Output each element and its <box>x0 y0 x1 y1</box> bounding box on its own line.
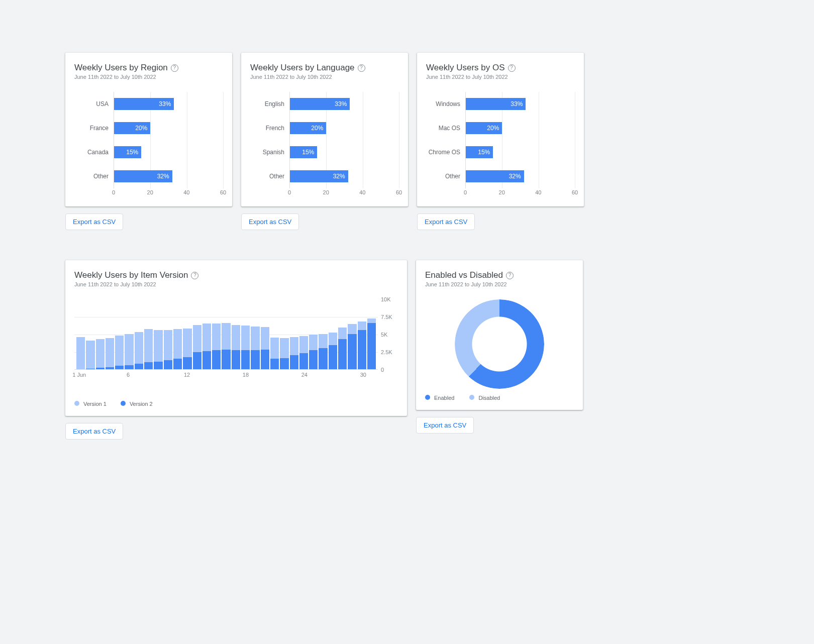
hbar-bar: 20% <box>466 122 502 134</box>
vbar-xtick: 18 <box>243 372 249 378</box>
export-os-button[interactable]: Export as CSV <box>417 213 475 230</box>
hbar-category-label: USA <box>74 100 114 108</box>
vbar-ytick: 10K <box>381 296 398 302</box>
vbar-seg-v1 <box>193 325 201 353</box>
export-language-button[interactable]: Export as CSV <box>241 213 299 230</box>
swatch-v2 <box>121 401 126 406</box>
vbar-seg-v2 <box>202 351 211 369</box>
hbar-xtick: 40 <box>183 189 189 195</box>
vbar-seg-v2 <box>125 365 133 369</box>
hbar-category-label: Spanish <box>250 149 289 156</box>
card-region-body: Weekly Users by Region ? June 11th 2022 … <box>65 53 232 206</box>
vbar-column <box>358 321 366 369</box>
vbar-seg-v1 <box>76 337 85 369</box>
vbar-column <box>125 334 133 369</box>
card-os: Weekly Users by OS ? June 11th 2022 to J… <box>417 53 584 230</box>
card-os-body: Weekly Users by OS ? June 11th 2022 to J… <box>417 53 584 206</box>
help-icon[interactable]: ? <box>506 272 514 279</box>
vbar-seg-v1 <box>106 338 114 367</box>
hbar-bar: 15% <box>466 146 493 158</box>
help-icon[interactable]: ? <box>508 64 516 72</box>
help-icon[interactable]: ? <box>358 64 365 72</box>
vbar-seg-v1 <box>241 326 250 350</box>
hbar-xtick: 40 <box>535 189 541 195</box>
hbar-bar: 33% <box>466 98 526 110</box>
vbar-seg-v2 <box>135 364 143 369</box>
vbar-seg-v2 <box>222 350 230 369</box>
vbar-seg-v1 <box>154 330 162 362</box>
vbar-column <box>270 338 279 369</box>
card-language-subtitle: June 11th 2022 to July 10th 2022 <box>250 74 399 80</box>
chart-language: EnglishFrenchSpanishOther 33%20%15%32% 0… <box>250 92 399 197</box>
legend-label-v1: Version 1 <box>83 401 107 407</box>
hbar-category-label: Other <box>250 173 289 180</box>
card-os-title-text: Weekly Users by OS <box>426 63 505 73</box>
hbar-category-label: Windows <box>426 100 465 108</box>
vbar-seg-v1 <box>261 327 269 350</box>
vbar-xtick: 1 Jun <box>72 372 86 378</box>
vbar-seg-v1 <box>125 334 133 365</box>
export-version-button[interactable]: Export as CSV <box>65 423 123 440</box>
vbar-column <box>280 338 288 369</box>
vbar-seg-v1 <box>86 341 94 369</box>
hbar-xtick: 60 <box>572 189 578 195</box>
hbar-bar: 20% <box>114 122 150 134</box>
vbar-seg-v2 <box>367 323 376 369</box>
hbar-xtick: 0 <box>464 189 467 195</box>
vbar-column <box>367 318 376 369</box>
vbar-seg-v2 <box>329 345 337 369</box>
vbar-column <box>348 324 356 369</box>
vbar-seg-v1 <box>164 330 172 360</box>
vbar-column <box>115 336 124 369</box>
card-language-title: Weekly Users by Language ? <box>250 63 399 73</box>
swatch-disabled <box>469 395 474 400</box>
vbar-column <box>290 337 298 369</box>
hbar-category-label: Canada <box>74 149 114 156</box>
export-enabled-button[interactable]: Export as CSV <box>416 417 474 434</box>
hbar-category-label: Other <box>426 173 465 180</box>
vbar-ytick: 0 <box>381 367 398 373</box>
vbar-ytick: 2.5K <box>381 349 398 355</box>
hbar-bar: 15% <box>290 146 317 158</box>
vbar-column <box>329 333 337 369</box>
hbar-bar: 33% <box>114 98 174 110</box>
vbar-column <box>299 336 308 369</box>
hbar-category-label: French <box>250 125 289 132</box>
hbar-bar: 20% <box>290 122 326 134</box>
vbar-column <box>86 341 94 369</box>
legend-item-enabled: Enabled <box>425 395 454 401</box>
vbar-seg-v1 <box>270 338 279 359</box>
hbar-category-label: Other <box>74 173 114 180</box>
vbar-column <box>222 323 230 369</box>
vbar-seg-v2 <box>212 350 221 369</box>
vbar-seg-v2 <box>348 334 356 369</box>
vbar-seg-v1 <box>319 334 327 348</box>
vbar-seg-v1 <box>280 338 288 358</box>
chart-region: USAFranceCanadaOther 33%20%15%32% 020406… <box>74 92 223 197</box>
vbar-seg-v2 <box>290 355 298 369</box>
vbar-column <box>251 327 259 369</box>
vbar-seg-v2 <box>193 352 201 369</box>
vbar-column <box>261 327 269 369</box>
hbar-xtick: 60 <box>396 189 402 195</box>
card-language-title-text: Weekly Users by Language <box>250 63 355 73</box>
legend-item-disabled: Disabled <box>469 395 500 401</box>
vbar-seg-v1 <box>232 325 240 350</box>
chart-os: WindowsMac OSChrome OSOther 33%20%15%32%… <box>426 92 575 197</box>
vbar-column <box>319 334 327 369</box>
export-region-button[interactable]: Export as CSV <box>65 213 123 230</box>
vbar-column <box>338 328 347 369</box>
vbar-seg-v1 <box>251 327 259 351</box>
vbar-seg-v1 <box>173 329 182 359</box>
vbar-xtick: 24 <box>301 372 308 378</box>
help-icon[interactable]: ? <box>171 64 178 72</box>
hbar-bar: 32% <box>466 170 524 182</box>
vbar-seg-v1 <box>329 333 337 345</box>
hbar-bar: 32% <box>114 170 172 182</box>
card-enabled-title: Enabled vs Disabled ? <box>425 270 574 280</box>
vbar-seg-v1 <box>367 318 376 323</box>
vbar-seg-v2 <box>319 348 327 369</box>
vbar-seg-v1 <box>96 339 105 368</box>
vbar-seg-v2 <box>232 350 240 369</box>
help-icon[interactable]: ? <box>191 272 198 279</box>
